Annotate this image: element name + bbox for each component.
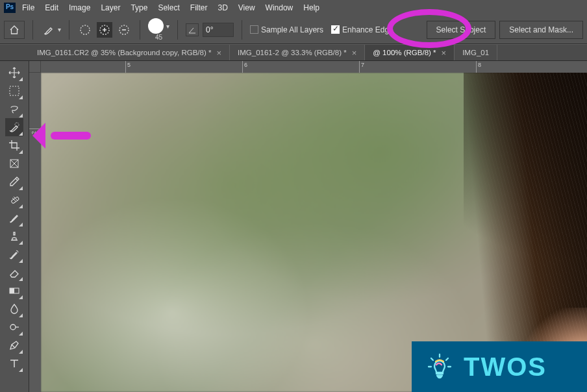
lasso-tool[interactable] <box>5 100 23 118</box>
lightbulb-icon <box>425 352 455 382</box>
document-tab-label: IMG_01 <box>462 49 489 56</box>
menu-layer[interactable]: Layer <box>101 3 120 12</box>
ruler-origin[interactable] <box>29 61 41 73</box>
pen-tool[interactable] <box>5 336 23 354</box>
annotation-arrow <box>32 127 97 145</box>
history-brush-tool[interactable] <box>5 245 23 263</box>
document-tab-bar: IMG_0161.CR2 @ 35% (Background copy, RGB… <box>0 44 587 61</box>
menu-filter[interactable]: Filter <box>190 3 208 12</box>
menu-file[interactable]: File <box>22 3 34 12</box>
document-tab-label: IMG_0161-2 @ 33.3% (RGB/8) * <box>238 49 347 56</box>
document-tab[interactable]: IMG_01 <box>455 45 497 60</box>
eyedropper-tool[interactable] <box>5 173 23 191</box>
brush-tool[interactable] <box>5 209 23 227</box>
tool-preset-picker[interactable]: ▾ <box>41 21 61 39</box>
document-tab[interactable]: IMG_0161-2 @ 33.3% (RGB/8) * × <box>230 45 365 60</box>
app-icon: Ps <box>4 3 16 13</box>
enhance-edge-label: Enhance Edge <box>342 25 393 34</box>
new-selection-icon[interactable] <box>77 22 93 38</box>
menu-help[interactable]: Help <box>303 3 319 12</box>
brush-size-label: 45 <box>155 34 162 41</box>
crop-tool[interactable] <box>5 136 23 154</box>
type-tool[interactable] <box>5 354 23 373</box>
svg-rect-3 <box>10 86 19 95</box>
watermark-text: TWOS <box>464 352 547 382</box>
horizontal-ruler[interactable]: 5 6 7 8 9 <box>41 61 587 73</box>
menu-window[interactable]: Window <box>266 3 294 12</box>
workspace: 5 6 7 8 9 2 <box>0 61 587 392</box>
frame-tool[interactable] <box>5 154 23 173</box>
artboard-tool[interactable] <box>5 82 23 100</box>
sample-all-layers-checkbox[interactable]: Sample All Layers <box>250 25 323 34</box>
spot-healing-tool[interactable] <box>5 191 23 209</box>
close-icon[interactable]: × <box>442 48 447 58</box>
tools-panel <box>0 61 29 392</box>
blur-tool[interactable] <box>5 300 23 318</box>
sample-all-layers-label: Sample All Layers <box>261 25 323 34</box>
dodge-tool[interactable] <box>5 318 23 336</box>
svg-rect-8 <box>10 288 14 293</box>
document-tab-label: IMG_0161.CR2 @ 35% (Background copy, RGB… <box>37 49 211 56</box>
angle-preview-icon[interactable] <box>186 23 199 36</box>
menu-select[interactable]: Select <box>158 3 179 12</box>
menu-view[interactable]: View <box>238 3 255 12</box>
sample-all-layers-input[interactable] <box>250 25 258 34</box>
watermark: TWOS <box>412 341 587 392</box>
close-icon[interactable]: × <box>352 48 357 58</box>
brush-preset-picker[interactable]: ▾ 45 <box>148 18 169 41</box>
brush-preview-icon <box>148 18 164 34</box>
menu-edit[interactable]: Edit <box>45 3 58 12</box>
quick-selection-tool[interactable] <box>5 118 23 136</box>
home-button[interactable] <box>4 21 25 39</box>
add-to-selection-icon[interactable] <box>97 22 112 38</box>
move-tool[interactable] <box>5 64 23 82</box>
close-icon[interactable]: × <box>216 48 221 58</box>
enhance-edge-checkbox[interactable]: Enhance Edge <box>331 25 393 34</box>
document-tab-label: @ 100% (RGB/8) * <box>373 49 436 56</box>
svg-point-0 <box>81 25 90 34</box>
document-canvas[interactable]: TWOS <box>41 73 587 392</box>
annotation-circle <box>387 9 471 48</box>
enhance-edge-input[interactable] <box>331 25 340 34</box>
svg-rect-6 <box>11 197 19 204</box>
options-bar: ▾ ▾ 45 Sample All Layers Enhance Edge Se… <box>0 16 587 44</box>
brush-icon <box>41 22 56 38</box>
select-and-mask-button[interactable]: Select and Mask... <box>499 21 583 39</box>
gradient-tool[interactable] <box>5 282 23 300</box>
canvas-area: 5 6 7 8 9 2 <box>29 61 587 392</box>
menu-bar: Ps File Edit Image Layer Type Select Fil… <box>0 0 587 16</box>
menu-image[interactable]: Image <box>69 3 90 12</box>
svg-point-9 <box>10 325 16 330</box>
menu-type[interactable]: Type <box>131 3 147 12</box>
document-tab[interactable]: IMG_0161.CR2 @ 35% (Background copy, RGB… <box>29 45 230 60</box>
home-icon <box>9 25 19 35</box>
menu-3d[interactable]: 3D <box>218 3 227 12</box>
angle-input[interactable] <box>203 23 234 37</box>
subtract-from-selection-icon[interactable] <box>116 22 132 38</box>
eraser-tool[interactable] <box>5 263 23 282</box>
clone-stamp-tool[interactable] <box>5 227 23 245</box>
vertical-ruler[interactable]: 2 <box>29 73 41 392</box>
